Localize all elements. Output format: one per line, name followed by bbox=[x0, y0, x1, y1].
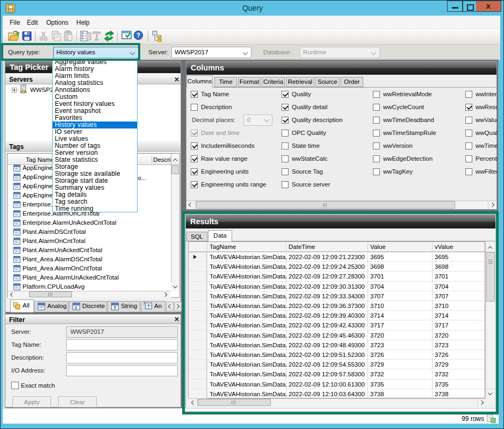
svg-text:8: 8 bbox=[75, 305, 77, 310]
svg-text:100: 100 bbox=[8, 8, 13, 11]
svg-text:T: T bbox=[114, 305, 117, 310]
svg-text:?: ? bbox=[136, 32, 140, 39]
